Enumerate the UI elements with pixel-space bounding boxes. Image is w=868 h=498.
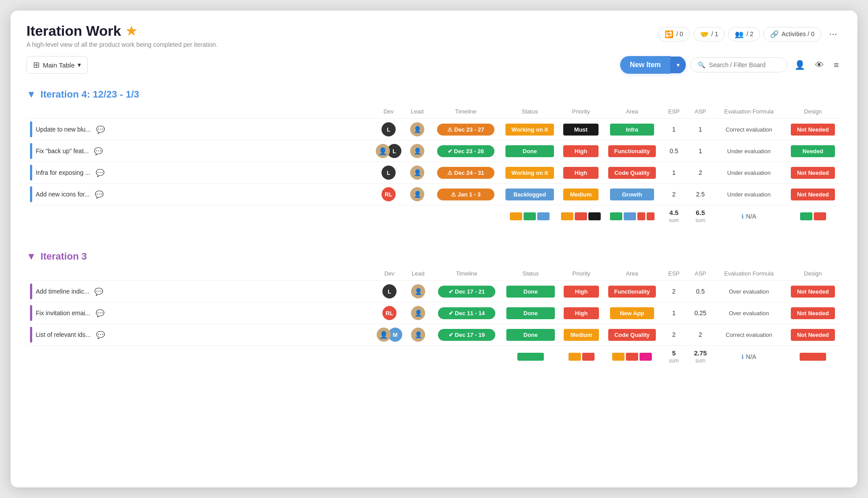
filter-icon-button[interactable]: ≡ — [831, 57, 842, 73]
section-gap — [26, 227, 842, 240]
row-name-text: List of relevant ids... — [36, 331, 91, 338]
lead-cell: 👤 — [405, 281, 431, 302]
status-cell: Done — [502, 324, 559, 346]
area-cell: Code Quality — [603, 324, 661, 346]
table-row: Add new icons for... 💬 RL 👤 — [26, 184, 842, 205]
search-input[interactable] — [709, 61, 780, 68]
lead-cell: 👤 — [404, 162, 430, 184]
new-item-dropdown-button[interactable]: ▾ — [670, 57, 686, 73]
status-pill: Done — [506, 286, 555, 298]
sum-row-3: 5 sum 2.75 sum ℹ N/A — [26, 346, 842, 368]
dev-cell: RL — [374, 302, 405, 324]
row-name-cell: Add timeline indic... 💬 — [26, 281, 374, 302]
design-cell: Not Needed — [784, 302, 842, 324]
collapse-icon-3[interactable]: ▼ — [26, 251, 36, 262]
iteration-4-section: ▼ Iteration 4: 12/23 - 1/3 Dev Lead Time… — [26, 89, 842, 227]
timeline-pill: ✔ Dec 17 - 21 — [438, 286, 495, 298]
priority-cell: Medium — [558, 184, 603, 205]
row-bar — [30, 121, 32, 137]
esp-sum-value: 4.5 — [663, 209, 685, 216]
dev-cell: L — [373, 162, 404, 184]
asp-cell: 2 — [687, 324, 714, 346]
main-table-button[interactable]: ⊞ Main Table ▾ — [26, 56, 88, 74]
esp-cell: 1 — [661, 302, 687, 324]
comment-icon[interactable]: 💬 — [94, 287, 103, 296]
design-pill: Not Needed — [791, 189, 835, 200]
search-box[interactable]: 🔍 — [690, 57, 787, 72]
status-cell: Backlogged — [501, 184, 558, 205]
area-cell: Growth — [603, 184, 661, 205]
integrations-badge[interactable]: 🤝 / 1 — [693, 27, 725, 42]
comments-count: / 0 — [676, 30, 683, 38]
status-pill: Done — [506, 329, 555, 341]
sum-design — [784, 346, 842, 368]
sum-design — [784, 205, 842, 227]
design-cell: Not Needed — [784, 281, 842, 302]
asp-cell: 1 — [687, 140, 714, 162]
lead-cell: 👤 — [404, 119, 430, 140]
comment-icon[interactable]: 💬 — [94, 147, 103, 155]
iteration-4-title: Iteration 4: 12/23 - 1/3 — [41, 89, 139, 100]
asp-sum-value: 6.5 — [690, 209, 711, 216]
star-icon[interactable]: ★ — [126, 24, 137, 38]
timeline-cell: ✔ Dec 11 - 14 — [431, 302, 502, 324]
iteration-4-table-wrapper: Dev Lead Timeline Status Priority Area E… — [26, 105, 842, 227]
area-cell: Code Quality — [603, 162, 661, 184]
row-name-text: Infra for exposing ... — [36, 169, 90, 176]
row-name-cell: Add new icons for... 💬 — [26, 184, 373, 205]
comment-icon[interactable]: 💬 — [95, 190, 104, 199]
header-right: 🔁 / 0 🤝 / 1 👥 / 2 🔗 Activities / 0 ··· — [658, 23, 842, 42]
col-header-status: Status — [502, 267, 559, 281]
iteration-3-title: Iteration 3 — [41, 251, 87, 262]
sum-dev — [374, 346, 405, 368]
area-cell: Infra — [603, 119, 661, 140]
collapse-icon-4[interactable]: ▼ — [26, 89, 36, 100]
asp-cell: 2 — [687, 162, 714, 184]
comment-icon[interactable]: 💬 — [96, 309, 105, 317]
more-options-button[interactable]: ··· — [825, 26, 842, 42]
design-pill: Not Needed — [791, 124, 835, 136]
color-block — [610, 212, 622, 220]
new-item-button[interactable]: New Item — [620, 56, 670, 74]
toolbar: ⊞ Main Table ▾ New Item ▾ 🔍 👤 👁 ≡ — [11, 48, 857, 74]
design-pill: Not Needed — [791, 329, 835, 341]
color-block — [537, 212, 550, 220]
color-block — [626, 353, 638, 361]
eye-icon-button[interactable]: 👁 — [812, 57, 827, 73]
priority-pill: High — [563, 145, 599, 157]
sum-esp: 4.5 sum — [661, 205, 687, 227]
col-header-priority: Priority — [558, 105, 603, 119]
color-block — [575, 212, 587, 220]
members-badge[interactable]: 👥 / 2 — [728, 27, 760, 42]
col-header-lead: Lead — [404, 105, 430, 119]
comment-icon[interactable]: 💬 — [96, 169, 105, 177]
priority-pill: Must — [563, 124, 599, 136]
avatar: RL — [382, 187, 396, 201]
content: ▼ Iteration 4: 12/23 - 1/3 Dev Lead Time… — [11, 74, 857, 487]
col-header-esp: ESP — [661, 267, 687, 281]
col-header-esp: ESP — [661, 105, 687, 119]
priority-pill: Medium — [564, 329, 599, 341]
color-block — [561, 212, 573, 220]
user-icon-button[interactable]: 👤 — [792, 57, 808, 73]
app-container: Iteration Work ★ A high-level view of al… — [11, 11, 857, 487]
sum-priority — [558, 205, 603, 227]
comment-icon[interactable]: 💬 — [96, 331, 105, 339]
comments-badge[interactable]: 🔁 / 0 — [658, 27, 690, 42]
priority-pill: Medium — [563, 189, 599, 200]
row-name-text: Fix "back up" feat... — [36, 147, 89, 155]
dev-cell: 👤 M — [374, 324, 405, 346]
avatar: RL — [382, 306, 397, 320]
area-cell: Functionality — [603, 281, 661, 302]
color-block — [510, 212, 522, 220]
iteration-3-section: ▼ Iteration 3 Dev Lead Timeline Status P… — [26, 251, 842, 367]
header-left: Iteration Work ★ A high-level view of al… — [26, 23, 217, 48]
iteration-4-table: Dev Lead Timeline Status Priority Area E… — [26, 105, 842, 227]
col-header-name — [26, 267, 374, 281]
comment-icon[interactable]: 💬 — [96, 125, 105, 134]
priority-pill: High — [564, 286, 599, 298]
avatar: 👤 — [410, 144, 424, 158]
sum-asp: 2.75 sum — [687, 346, 714, 368]
col-header-asp: ASP — [687, 105, 714, 119]
activities-badge[interactable]: 🔗 Activities / 0 — [763, 27, 821, 42]
